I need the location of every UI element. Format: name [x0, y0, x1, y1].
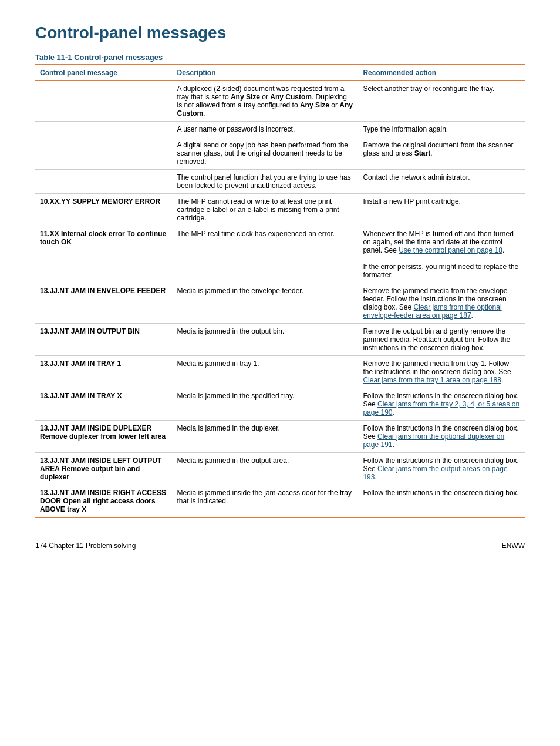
table-cell-action: Remove the jammed media from the envelop… [358, 283, 525, 324]
table-cell-message: 13.JJ.NT JAM IN TRAY 1 [35, 356, 173, 388]
table-cell-message [35, 81, 173, 122]
table-row: 13.JJ.NT JAM INSIDE DUPLEXER Remove dupl… [35, 421, 525, 453]
action-text: Remove the jammed media from the envelop… [363, 287, 507, 320]
table-cell-message: 13.JJ.NT JAM INSIDE RIGHT ACCESS DOOR Op… [35, 485, 173, 518]
table-cell-action: Type the information again. [358, 122, 525, 137]
table-row: A digital send or copy job has been perf… [35, 137, 525, 170]
action-text: Follow the instructions in the onscreen … [363, 424, 518, 449]
table-cell-description: Media is jammed inside the jam-access do… [173, 485, 359, 518]
action-link[interactable]: Clear jams from the optional duplexer on… [363, 432, 504, 449]
table-header-row: Control panel message Description Recomm… [35, 65, 525, 81]
action-text: Remove the jammed media from tray 1. Fol… [363, 359, 511, 384]
table-cell-description: The MFP real time clock has experienced … [173, 226, 359, 283]
table-cell-action: Follow the instructions in the onscreen … [358, 421, 525, 453]
table-cell-message: 13.JJ.NT JAM INSIDE LEFT OUTPUT AREA Rem… [35, 453, 173, 485]
table-row: 13.JJ.NT JAM INSIDE LEFT OUTPUT AREA Rem… [35, 453, 525, 485]
table-cell-message: 13.JJ.NT JAM INSIDE DUPLEXER Remove dupl… [35, 421, 173, 453]
table-cell-message: 13.JJ.NT JAM IN ENVELOPE FEEDER [35, 283, 173, 324]
table-cell-description: Media is jammed in the duplexer. [173, 421, 359, 453]
table-cell-action: Install a new HP print cartridge. [358, 194, 525, 226]
col3-header: Recommended action [358, 65, 525, 81]
table-cell-action: Remove the original document from the sc… [358, 137, 525, 170]
table-cell-message: 11.XX Internal clock error To continue t… [35, 226, 173, 283]
table-cell-message: 10.XX.YY SUPPLY MEMORY ERROR [35, 194, 173, 226]
table-cell-action: Remove the jammed media from tray 1. Fol… [358, 356, 525, 388]
table-cell-message [35, 122, 173, 137]
table-cell-description: The control panel function that you are … [173, 170, 359, 194]
action-text: Whenever the MFP is turned off and then … [363, 230, 513, 254]
table-cell-action: Contact the network administrator. [358, 170, 525, 194]
action-text: Follow the instructions in the onscreen … [363, 392, 519, 416]
table-cell-description: Media is jammed in tray 1. [173, 356, 359, 388]
table-cell-message: 13.JJ.NT JAM IN TRAY X [35, 388, 173, 421]
table-cell-description: A duplexed (2-sided) document was reques… [173, 81, 359, 122]
table-row: 13.JJ.NT JAM IN ENVELOPE FEEDERMedia is … [35, 283, 525, 324]
table-cell-description: Media is jammed in the output area. [173, 453, 359, 485]
table-cell-message [35, 170, 173, 194]
action-link[interactable]: Clear jams from the output areas on page… [363, 465, 507, 481]
control-panel-table: Control panel message Description Recomm… [35, 64, 525, 518]
table-row: 13.JJ.NT JAM INSIDE RIGHT ACCESS DOOR Op… [35, 485, 525, 518]
page-title: Control-panel messages [35, 23, 525, 42]
table-cell-description: A digital send or copy job has been perf… [173, 137, 359, 170]
table-row: A duplexed (2-sided) document was reques… [35, 81, 525, 122]
table-label: Table 11-1 Control-panel messages [35, 53, 525, 62]
action-text: If the error persists, you might need to… [363, 263, 518, 279]
page-footer: 174 Chapter 11 Problem solving ENWW [35, 542, 525, 550]
col1-header: Control panel message [35, 65, 173, 81]
table-row: 13.JJ.NT JAM IN OUTPUT BINMedia is jamme… [35, 324, 525, 356]
table-cell-message [35, 137, 173, 170]
table-row: A user name or password is incorrect.Typ… [35, 122, 525, 137]
table-cell-action: Whenever the MFP is turned off and then … [358, 226, 525, 283]
table-row: 10.XX.YY SUPPLY MEMORY ERRORThe MFP cann… [35, 194, 525, 226]
footer-left: 174 Chapter 11 Problem solving [35, 542, 136, 550]
action-link[interactable]: Clear jams from the tray 2, 3, 4, or 5 a… [363, 400, 519, 416]
table-cell-description: The MFP cannot read or write to at least… [173, 194, 359, 226]
action-link[interactable]: Clear jams from the optional envelope-fe… [363, 303, 501, 320]
table-row: The control panel function that you are … [35, 170, 525, 194]
action-text: Follow the instructions in the onscreen … [363, 456, 518, 481]
table-row: 13.JJ.NT JAM IN TRAY XMedia is jammed in… [35, 388, 525, 421]
table-cell-action: Follow the instructions in the onscreen … [358, 485, 525, 518]
table-cell-action: Follow the instructions in the onscreen … [358, 388, 525, 421]
col2-header: Description [173, 65, 359, 81]
table-cell-description: Media is jammed in the output bin. [173, 324, 359, 356]
table-cell-description: Media is jammed in the envelope feeder. [173, 283, 359, 324]
table-row: 11.XX Internal clock error To continue t… [35, 226, 525, 283]
table-row: 13.JJ.NT JAM IN TRAY 1Media is jammed in… [35, 356, 525, 388]
footer-right: ENWW [502, 542, 525, 550]
table-cell-action: Remove the output bin and gently remove … [358, 324, 525, 356]
table-cell-description: A user name or password is incorrect. [173, 122, 359, 137]
action-link[interactable]: Use the control panel on page 18 [399, 246, 502, 254]
table-cell-action: Select another tray or reconfigure the t… [358, 81, 525, 122]
action-link[interactable]: Clear jams from the tray 1 area on page … [363, 376, 501, 384]
table-cell-action: Follow the instructions in the onscreen … [358, 453, 525, 485]
table-cell-description: Media is jammed in the specified tray. [173, 388, 359, 421]
table-cell-message: 13.JJ.NT JAM IN OUTPUT BIN [35, 324, 173, 356]
